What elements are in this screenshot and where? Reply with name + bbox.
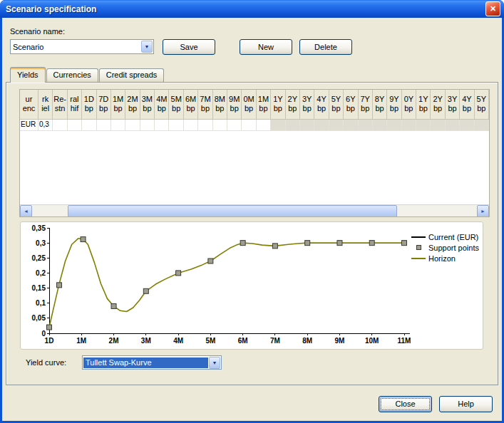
- yields-cell[interactable]: [460, 120, 474, 131]
- svg-text:8M: 8M: [302, 337, 312, 345]
- yields-column-header: 9Mbp: [227, 90, 242, 120]
- horizontal-scrollbar[interactable]: ◄ ►: [20, 204, 489, 216]
- yields-cell[interactable]: [344, 120, 358, 131]
- yield-chart: 00,050,10,150,20,250,30,351D1M2M3M4M5M6M…: [21, 222, 411, 349]
- scenario-name-combobox[interactable]: Scenario ▼: [10, 39, 154, 54]
- yields-cell[interactable]: [373, 120, 387, 131]
- title-bar[interactable]: Scenario specification ✕: [0, 0, 504, 18]
- yields-column-header: 1Mbp: [111, 90, 125, 120]
- svg-text:6M: 6M: [238, 337, 248, 345]
- yield-chart-groupbox: 00,050,10,150,20,250,30,351D1M2M3M4M5M6M…: [20, 221, 483, 350]
- yields-cell[interactable]: [184, 120, 198, 131]
- window-close-button[interactable]: ✕: [485, 1, 500, 16]
- scroll-left-icon[interactable]: ◄: [20, 205, 32, 217]
- delete-button[interactable]: Delete: [299, 39, 352, 55]
- new-button[interactable]: New: [240, 39, 292, 55]
- svg-text:0,15: 0,15: [32, 284, 46, 292]
- yields-column-header: 1Ybp: [416, 90, 431, 120]
- save-button[interactable]: Save: [163, 39, 215, 55]
- yields-cell[interactable]: [431, 120, 445, 131]
- svg-text:0,05: 0,05: [32, 314, 46, 322]
- yields-column-header: 9Ybp: [387, 90, 401, 120]
- yields-cell[interactable]: [329, 120, 344, 131]
- yields-cell[interactable]: [82, 120, 96, 131]
- chart-legend: Current (EUR) Support points Horizon: [411, 222, 481, 349]
- legend-label: Support points: [428, 244, 479, 252]
- yields-column-header: Re-stn: [53, 90, 67, 120]
- yield-curve-combobox[interactable]: Tullett Swap-Kurve ▼: [82, 355, 222, 370]
- yields-cell[interactable]: [271, 120, 285, 131]
- yields-cell[interactable]: [314, 120, 329, 131]
- help-button[interactable]: Help: [439, 396, 493, 412]
- yields-cell[interactable]: [359, 120, 373, 131]
- tab-credit-spreads[interactable]: Credit spreads: [99, 68, 165, 82]
- yields-column-header: 3Ybp: [446, 90, 460, 120]
- yields-column-header: 7Dbp: [97, 90, 111, 120]
- yields-column-header: 2Ybp: [431, 90, 445, 120]
- tab-strip: Yields Currencies Credit spreads: [10, 67, 164, 83]
- yields-cell[interactable]: [227, 120, 242, 131]
- close-icon: ✕: [490, 4, 496, 14]
- yields-cell[interactable]: [416, 120, 431, 131]
- yields-table: urencrkielRe-stnralhif1Dbp7Dbp1Mbp2Mbp3M…: [19, 89, 490, 217]
- yields-column-header: 4Ybp: [460, 90, 474, 120]
- scroll-right-icon[interactable]: ►: [477, 205, 489, 217]
- yields-column-header: 3Mbp: [140, 90, 155, 120]
- yields-column-header: 6Ybp: [344, 90, 358, 120]
- legend-label: Current (EUR): [428, 233, 478, 241]
- yields-column-header: 2Mbp: [125, 90, 140, 120]
- yields-column-header: 0Mbp: [242, 90, 256, 120]
- yields-cell[interactable]: [111, 120, 125, 131]
- yields-column-header: 4Ybp: [314, 90, 329, 120]
- yields-column-header: 7Mbp: [198, 90, 212, 120]
- yields-cell[interactable]: [169, 120, 183, 131]
- chevron-down-icon[interactable]: ▼: [209, 357, 220, 369]
- chevron-down-icon[interactable]: ▼: [141, 41, 153, 53]
- yields-cell[interactable]: [475, 120, 489, 131]
- tab-currencies[interactable]: Currencies: [46, 68, 98, 82]
- yields-column-header: 1Ybp: [271, 90, 285, 120]
- yields-cell[interactable]: [300, 120, 314, 131]
- yields-cell[interactable]: [286, 120, 300, 131]
- yields-cell[interactable]: [402, 120, 416, 131]
- svg-text:3M: 3M: [141, 337, 151, 345]
- window-title: Scenario specification: [6, 4, 485, 14]
- yields-column-header: 5Ybp: [475, 90, 489, 120]
- close-button[interactable]: Close: [379, 396, 432, 412]
- svg-text:0,35: 0,35: [32, 224, 46, 232]
- yields-cell[interactable]: [155, 120, 169, 131]
- legend-label: Horizon: [428, 254, 456, 263]
- yields-column-header: urenc: [20, 90, 38, 120]
- legend-item-support-points: Support points: [411, 242, 481, 253]
- yields-cell[interactable]: [125, 120, 140, 131]
- yields-cell[interactable]: [387, 120, 401, 131]
- scenario-specification-dialog: Scenario specification ✕ Scenario name: …: [0, 0, 504, 423]
- yields-column-header: 1Mbp: [257, 90, 271, 120]
- scrollbar-thumb[interactable]: [68, 205, 397, 217]
- yields-cell[interactable]: [198, 120, 212, 131]
- svg-text:0: 0: [41, 330, 46, 338]
- yields-cell[interactable]: EUR: [20, 120, 38, 131]
- yields-column-header: 0Ybp: [402, 90, 416, 120]
- yields-cell[interactable]: [97, 120, 111, 131]
- yields-cell[interactable]: 0,3: [38, 120, 53, 131]
- yields-column-header: rkiel: [38, 90, 53, 120]
- yields-cell[interactable]: [213, 120, 227, 131]
- svg-text:9M: 9M: [335, 337, 345, 345]
- yields-cell[interactable]: [242, 120, 256, 131]
- yields-table-row: EUR0,3: [20, 120, 489, 131]
- yields-cell[interactable]: [257, 120, 271, 131]
- yields-cell[interactable]: [446, 120, 460, 131]
- svg-text:7M: 7M: [270, 337, 280, 345]
- yields-cell[interactable]: [68, 120, 82, 131]
- yields-column-header: 5Ybp: [329, 90, 344, 120]
- current-line-swatch-icon: [411, 236, 426, 238]
- svg-text:0,1: 0,1: [36, 299, 46, 307]
- yields-cell[interactable]: [140, 120, 155, 131]
- yields-column-header: 7Ybp: [359, 90, 373, 120]
- svg-text:10M: 10M: [365, 337, 379, 345]
- svg-text:1M: 1M: [76, 337, 86, 345]
- yields-cell[interactable]: [53, 120, 67, 131]
- tab-yields[interactable]: Yields: [10, 67, 46, 83]
- yields-column-header: 6Mbp: [184, 90, 198, 120]
